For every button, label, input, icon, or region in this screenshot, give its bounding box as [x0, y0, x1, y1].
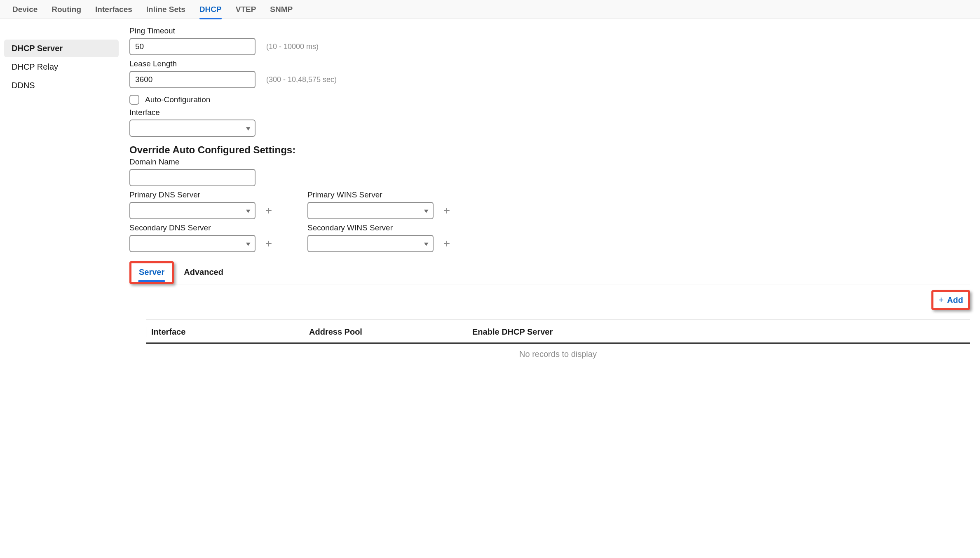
primary-dns-add-icon[interactable]: + — [263, 205, 274, 216]
secondary-dns-add-icon[interactable]: + — [263, 238, 274, 249]
sidebar-item-dhcp-server[interactable]: DHCP Server — [4, 40, 119, 57]
lease-length-input[interactable] — [129, 71, 256, 88]
domain-name-input[interactable] — [129, 169, 256, 186]
highlight-add-button: + Add — [931, 290, 970, 310]
top-tab-bar: Device Routing Interfaces Inline Sets DH… — [0, 0, 980, 19]
primary-wins-select[interactable]: ▾ — [307, 202, 434, 219]
sidebar: DHCP Server DHCP Relay DDNS — [0, 19, 123, 365]
auto-configuration-label: Auto-Configuration — [145, 95, 210, 104]
tab-dhcp[interactable]: DHCP — [199, 0, 222, 19]
secondary-dns-select[interactable]: ▾ — [129, 235, 256, 252]
sub-tab-bar: Server Advanced — [129, 261, 970, 284]
lease-length-label: Lease Length — [129, 59, 970, 68]
auto-configuration-checkbox[interactable] — [129, 95, 139, 105]
secondary-dns-label: Secondary DNS Server — [129, 223, 274, 232]
tab-vtep[interactable]: VTEP — [236, 0, 256, 19]
tab-interfaces[interactable]: Interfaces — [95, 0, 132, 19]
tab-routing[interactable]: Routing — [52, 0, 81, 19]
table-header-interface: Interface — [146, 327, 309, 337]
primary-wins-label: Primary WINS Server — [307, 190, 452, 199]
tab-inline-sets[interactable]: Inline Sets — [146, 0, 185, 19]
secondary-wins-select[interactable]: ▾ — [307, 235, 434, 252]
lease-length-hint: (300 - 10,48,575 sec) — [266, 75, 337, 84]
chevron-down-icon: ▾ — [424, 240, 428, 248]
plus-icon: + — [938, 295, 944, 305]
primary-wins-add-icon[interactable]: + — [441, 205, 452, 216]
table-header-address-pool: Address Pool — [309, 327, 472, 337]
ping-timeout-hint: (10 - 10000 ms) — [266, 42, 319, 51]
table-header-enable: Enable DHCP Server — [472, 327, 970, 337]
tab-device[interactable]: Device — [12, 0, 38, 19]
sub-tab-server[interactable]: Server — [137, 263, 166, 282]
interface-label: Interface — [129, 108, 970, 117]
sidebar-item-ddns[interactable]: DDNS — [4, 77, 119, 94]
interface-select[interactable]: ▾ — [129, 120, 256, 137]
sidebar-item-dhcp-relay[interactable]: DHCP Relay — [4, 58, 119, 76]
primary-dns-label: Primary DNS Server — [129, 190, 274, 199]
add-button[interactable]: + Add — [938, 295, 963, 305]
ping-timeout-label: Ping Timeout — [129, 26, 970, 35]
primary-dns-select[interactable]: ▾ — [129, 202, 256, 219]
override-heading: Override Auto Configured Settings: — [129, 144, 970, 156]
domain-name-label: Domain Name — [129, 157, 970, 166]
highlight-server-tab: Server — [129, 261, 174, 284]
chevron-down-icon: ▾ — [424, 207, 428, 215]
ping-timeout-input[interactable] — [129, 38, 256, 55]
main-content: Ping Timeout (10 - 10000 ms) Lease Lengt… — [123, 19, 980, 365]
chevron-down-icon: ▾ — [246, 207, 250, 215]
server-table: Interface Address Pool Enable DHCP Serve… — [146, 319, 970, 365]
sub-tab-advanced[interactable]: Advanced — [182, 263, 225, 282]
secondary-wins-add-icon[interactable]: + — [441, 238, 452, 249]
table-empty-message: No records to display — [146, 344, 970, 365]
secondary-wins-label: Secondary WINS Server — [307, 223, 452, 232]
chevron-down-icon: ▾ — [246, 124, 250, 132]
tab-snmp[interactable]: SNMP — [270, 0, 293, 19]
chevron-down-icon: ▾ — [246, 240, 250, 248]
add-button-label: Add — [947, 295, 963, 305]
